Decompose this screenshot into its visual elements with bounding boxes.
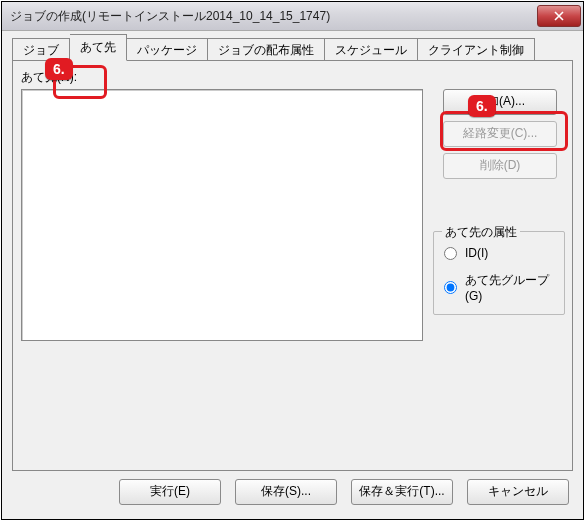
tab-schedule[interactable]: スケジュール [325,38,418,62]
route-change-button[interactable]: 経路変更(C)... [443,121,557,147]
tab-label: ジョブ [23,43,59,57]
radio-group[interactable]: あて先グループ(G) [444,272,564,303]
button-label: 保存(S)... [261,484,311,498]
save-execute-button[interactable]: 保存＆実行(T)... [351,479,453,505]
tab-panel: あて先(N): 追加(A)... 経路変更(C)... 削除(D) あて先の属性… [12,60,573,471]
bottom-button-row: 実行(E) 保存(S)... 保存＆実行(T)... キャンセル [2,479,583,509]
annotation-badge-1: 6. [45,58,73,80]
dialog-window: ジョブの作成(リモートインストール2014_10_14_15_1747) ジョブ… [1,1,584,520]
execute-button[interactable]: 実行(E) [119,479,221,505]
annotation-badge-2: 6. [468,95,496,117]
tab-distribution[interactable]: ジョブの配布属性 [208,38,325,62]
button-label: 経路変更(C)... [463,126,538,140]
tab-label: あて先 [80,40,116,54]
radio-label: ID(I) [465,246,488,260]
button-label: 保存＆実行(T)... [359,484,444,498]
radio-id[interactable]: ID(I) [444,246,488,260]
tab-label: パッケージ [137,43,197,57]
client-area: ジョブ あて先 パッケージ ジョブの配布属性 スケジュール クライアント制御 あ… [2,31,583,519]
save-button[interactable]: 保存(S)... [235,479,337,505]
radio-group-input[interactable] [444,281,457,294]
button-label: 削除(D) [480,158,521,172]
tab-package[interactable]: パッケージ [127,38,208,62]
cancel-button[interactable]: キャンセル [467,479,569,505]
groupbox-title: あて先の属性 [442,224,520,241]
radio-id-input[interactable] [444,247,457,260]
radio-label: あて先グループ(G) [465,272,564,303]
window-close-button[interactable] [537,5,581,27]
tabstrip: ジョブ あて先 パッケージ ジョブの配布属性 スケジュール クライアント制御 [12,39,573,61]
destination-listbox[interactable] [21,89,423,341]
add-button[interactable]: 追加(A)... [443,89,557,115]
window-title: ジョブの作成(リモートインストール2014_10_14_15_1747) [10,8,537,25]
tab-label: スケジュール [335,43,407,57]
button-label: 実行(E) [150,484,190,498]
tab-label: ジョブの配布属性 [218,43,314,57]
close-icon [554,11,564,21]
destination-attribute-group: あて先の属性 ID(I) あて先グループ(G) [433,231,565,315]
side-button-column: 追加(A)... 経路変更(C)... 削除(D) [443,89,561,185]
tab-client-control[interactable]: クライアント制御 [418,38,535,62]
tab-label: クライアント制御 [428,43,524,57]
tab-destination[interactable]: あて先 [70,34,127,61]
delete-button[interactable]: 削除(D) [443,153,557,179]
titlebar: ジョブの作成(リモートインストール2014_10_14_15_1747) [2,2,583,31]
button-label: キャンセル [488,484,548,498]
